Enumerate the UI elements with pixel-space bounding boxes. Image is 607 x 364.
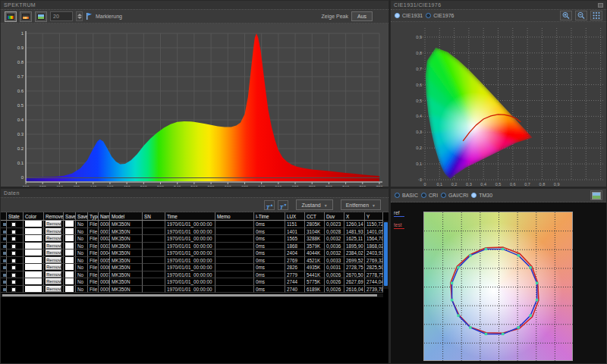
save-cell[interactable]: [64, 235, 76, 243]
state-checkbox[interactable]: [11, 265, 16, 270]
interval-input[interactable]: [50, 11, 73, 21]
spectrum-image-view-button[interactable]: [35, 11, 47, 22]
row-marker-cell[interactable]: [1, 271, 7, 279]
column-header-color[interactable]: Color: [24, 212, 44, 221]
column-header-sn[interactable]: SN: [143, 212, 165, 221]
column-header-model[interactable]: Model: [110, 212, 143, 221]
column-header-x[interactable]: X: [344, 212, 365, 221]
table-row[interactable]: RemoveNoFile0008_MK350N1970/01/01_00:00:…: [1, 278, 388, 286]
state-checkbox[interactable]: [11, 237, 16, 241]
zeige-peak-toggle-button[interactable]: Aus: [351, 11, 373, 21]
row-marker-cell[interactable]: [1, 221, 7, 228]
row-marker-cell[interactable]: [1, 249, 7, 257]
tab-basic[interactable]: BASIC: [395, 193, 418, 198]
column-header-i-time[interactable]: I-Time: [254, 212, 285, 221]
save-cell[interactable]: [64, 257, 76, 265]
column-header-remove[interactable]: Remove: [44, 212, 64, 221]
grid-view-button[interactable]: [590, 11, 602, 20]
remove-button[interactable]: Remove: [46, 286, 61, 292]
column-header-saved[interactable]: Saved: [76, 212, 88, 221]
panel-menu-icon[interactable]: [598, 3, 603, 8]
table-row[interactable]: RemoveNoFile0007_MK350N1970/01/01_00:00:…: [1, 271, 388, 279]
save-cell[interactable]: [64, 249, 76, 257]
column-header-save[interactable]: Save: [64, 212, 76, 221]
column-header-name[interactable]: Name: [99, 212, 110, 221]
table-row[interactable]: RemoveNoFile0001_MK350N1970/01/01_00:00:…: [1, 228, 388, 236]
save-swatch[interactable]: [65, 221, 74, 227]
remove-button[interactable]: Remove: [46, 249, 61, 256]
spektrum-chart[interactable]: 00.10.20.30.40.50.60.70.80.9136038040042…: [1, 24, 388, 187]
row-marker-cell[interactable]: [1, 257, 7, 265]
row-marker-cell[interactable]: [1, 228, 7, 236]
state-checkbox[interactable]: [11, 280, 16, 284]
tab-cri[interactable]: CRI: [421, 193, 438, 198]
save-swatch[interactable]: [65, 249, 74, 256]
row-marker-cell[interactable]: [1, 235, 7, 243]
remove-button[interactable]: Remove: [46, 278, 61, 284]
table-row[interactable]: RemoveNoFile0000_MK350N1970/01/01_00:00:…: [1, 221, 388, 228]
vertical-scrollbar[interactable]: [383, 221, 388, 289]
save-swatch[interactable]: [65, 257, 74, 263]
zoom-in-button[interactable]: [560, 11, 572, 20]
state-checkbox[interactable]: [11, 222, 16, 227]
font-decrease-button[interactable]: T▼: [278, 200, 288, 210]
row-marker-cell[interactable]: [1, 286, 7, 293]
save-cell[interactable]: [64, 271, 76, 279]
vertical-scrollbar-thumb[interactable]: [384, 222, 388, 286]
save-cell[interactable]: [64, 264, 76, 271]
markierung-flag-icon[interactable]: [86, 12, 93, 20]
save-cell[interactable]: [64, 286, 76, 293]
state-checkbox[interactable]: [11, 244, 16, 249]
remove-button[interactable]: Remove: [46, 264, 61, 270]
column-header-time[interactable]: Time: [165, 212, 215, 221]
cie-chart[interactable]: 00,10,20,30,40,50,60,70,80,900,10,20,30,…: [391, 22, 606, 187]
save-swatch[interactable]: [65, 264, 74, 270]
export-image-button[interactable]: [590, 190, 602, 200]
row-marker-cell[interactable]: [1, 278, 7, 286]
table-row[interactable]: RemoveNoFile0006_MK350N1970/01/01_00:00:…: [1, 264, 388, 271]
column-header-type[interactable]: Type: [88, 212, 99, 221]
table-row[interactable]: RemoveNoFile0002_MK350N1970/01/01_00:00:…: [1, 235, 388, 243]
zoom-out-button[interactable]: [575, 11, 587, 20]
state-checkbox[interactable]: [11, 230, 16, 234]
save-cell[interactable]: [64, 278, 76, 286]
remove-button[interactable]: Remove: [46, 243, 61, 249]
save-swatch[interactable]: [65, 228, 74, 234]
remove-button[interactable]: Remove: [46, 221, 61, 227]
remove-button[interactable]: Remove: [46, 271, 61, 278]
remove-button[interactable]: Remove: [46, 228, 61, 234]
state-checkbox[interactable]: [11, 259, 16, 263]
state-checkbox[interactable]: [11, 251, 16, 256]
column-header-memo[interactable]: Memo: [215, 212, 254, 221]
column-header-lux[interactable]: LUX: [285, 212, 305, 221]
save-swatch[interactable]: [65, 271, 74, 278]
state-checkbox[interactable]: [11, 273, 16, 278]
stepper-down-icon[interactable]: [77, 17, 82, 19]
save-swatch[interactable]: [65, 235, 74, 241]
table-row[interactable]: RemoveNoFile0003_MK350N1970/01/01_00:00:…: [1, 243, 388, 250]
save-swatch[interactable]: [65, 278, 74, 284]
entfernen-dropdown[interactable]: Entfernen▼: [341, 199, 381, 210]
save-cell[interactable]: [64, 221, 76, 228]
row-marker-cell[interactable]: [1, 243, 7, 250]
horizontal-scrollbar[interactable]: [1, 293, 383, 297]
table-row[interactable]: RemoveNoFile0009_MK350N1970/01/01_00:00:…: [1, 286, 388, 293]
save-cell[interactable]: [64, 243, 76, 250]
cie1976-radio[interactable]: CIE1976: [426, 13, 454, 18]
remove-button[interactable]: Remove: [46, 257, 61, 263]
table-row[interactable]: RemoveNoFile0005_MK350N1970/01/01_00:00:…: [1, 257, 388, 265]
spectrum-single-view-button[interactable]: [5, 11, 17, 22]
remove-button[interactable]: Remove: [46, 235, 61, 241]
column-header-duv[interactable]: Duv: [325, 212, 344, 221]
save-swatch[interactable]: [65, 243, 74, 249]
interval-stepper[interactable]: [76, 11, 83, 21]
column-header-state[interactable]: State: [7, 212, 24, 221]
save-swatch[interactable]: [65, 286, 74, 292]
zustand-dropdown[interactable]: Zustand▼: [296, 199, 332, 210]
column-header-y[interactable]: Y: [365, 212, 383, 221]
table-row[interactable]: RemoveNoFile0004_MK350N1970/01/01_00:00:…: [1, 249, 388, 257]
cie1931-radio[interactable]: CIE1931: [395, 13, 423, 18]
row-marker-cell[interactable]: [1, 264, 7, 271]
column-header-cct[interactable]: CCT: [305, 212, 325, 221]
save-cell[interactable]: [64, 228, 76, 236]
